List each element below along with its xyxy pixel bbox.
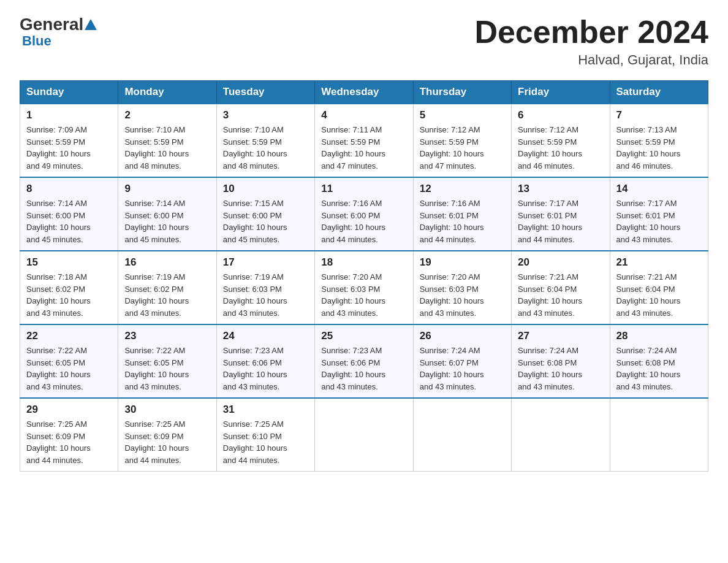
day-cell: 31 Sunrise: 7:25 AM Sunset: 6:10 PM Dayl… — [216, 398, 314, 472]
day-info: Sunrise: 7:24 AM Sunset: 6:08 PM Dayligh… — [518, 345, 603, 393]
day-cell: 16 Sunrise: 7:19 AM Sunset: 6:02 PM Dayl… — [118, 251, 216, 324]
header-saturday: Saturday — [610, 81, 708, 104]
day-number: 14 — [616, 183, 702, 195]
day-info: Sunrise: 7:10 AM Sunset: 5:59 PM Dayligh… — [124, 124, 210, 172]
day-number: 16 — [124, 256, 210, 269]
day-info: Sunrise: 7:18 AM Sunset: 6:02 PM Dayligh… — [26, 271, 112, 319]
day-number: 9 — [124, 183, 210, 195]
day-number: 2 — [124, 109, 210, 121]
day-cell: 5 Sunrise: 7:12 AM Sunset: 5:59 PM Dayli… — [413, 104, 511, 177]
day-info: Sunrise: 7:09 AM Sunset: 5:59 PM Dayligh… — [26, 124, 112, 172]
day-number: 7 — [616, 109, 702, 121]
day-cell: 27 Sunrise: 7:24 AM Sunset: 6:08 PM Dayl… — [512, 324, 610, 398]
calendar-header-row: SundayMondayTuesdayWednesdayThursdayFrid… — [20, 81, 708, 104]
day-info: Sunrise: 7:21 AM Sunset: 6:04 PM Dayligh… — [616, 271, 702, 319]
logo-triangle-icon — [85, 15, 97, 34]
day-number: 15 — [26, 256, 112, 269]
day-cell: 9 Sunrise: 7:14 AM Sunset: 6:00 PM Dayli… — [118, 177, 216, 251]
day-cell: 11 Sunrise: 7:16 AM Sunset: 6:00 PM Dayl… — [315, 177, 413, 251]
day-cell: 12 Sunrise: 7:16 AM Sunset: 6:01 PM Dayl… — [413, 177, 511, 251]
day-number: 26 — [420, 330, 505, 342]
day-info: Sunrise: 7:12 AM Sunset: 5:59 PM Dayligh… — [420, 124, 505, 172]
header-tuesday: Tuesday — [216, 81, 314, 104]
day-number: 29 — [26, 404, 112, 416]
location-title: Halvad, Gujarat, India — [474, 52, 708, 68]
day-info: Sunrise: 7:25 AM Sunset: 6:09 PM Dayligh… — [26, 418, 112, 466]
day-info: Sunrise: 7:22 AM Sunset: 6:05 PM Dayligh… — [26, 345, 112, 393]
day-number: 6 — [518, 109, 603, 121]
day-number: 20 — [518, 256, 603, 269]
day-cell: 18 Sunrise: 7:20 AM Sunset: 6:03 PM Dayl… — [315, 251, 413, 324]
day-info: Sunrise: 7:12 AM Sunset: 5:59 PM Dayligh… — [518, 124, 603, 172]
day-cell: 19 Sunrise: 7:20 AM Sunset: 6:03 PM Dayl… — [413, 251, 511, 324]
header-wednesday: Wednesday — [315, 81, 413, 104]
day-number: 11 — [321, 183, 406, 195]
day-cell: 20 Sunrise: 7:21 AM Sunset: 6:04 PM Dayl… — [512, 251, 610, 324]
day-info: Sunrise: 7:25 AM Sunset: 6:10 PM Dayligh… — [223, 418, 308, 466]
header-sunday: Sunday — [20, 81, 118, 104]
day-info: Sunrise: 7:20 AM Sunset: 6:03 PM Dayligh… — [321, 271, 406, 319]
day-number: 3 — [223, 109, 308, 121]
day-cell: 30 Sunrise: 7:25 AM Sunset: 6:09 PM Dayl… — [118, 398, 216, 472]
week-row-5: 29 Sunrise: 7:25 AM Sunset: 6:09 PM Dayl… — [20, 398, 708, 472]
day-cell: 2 Sunrise: 7:10 AM Sunset: 5:59 PM Dayli… — [118, 104, 216, 177]
day-info: Sunrise: 7:15 AM Sunset: 6:00 PM Dayligh… — [223, 197, 308, 245]
day-number: 19 — [420, 256, 505, 269]
week-row-1: 1 Sunrise: 7:09 AM Sunset: 5:59 PM Dayli… — [20, 104, 708, 177]
header-thursday: Thursday — [413, 81, 511, 104]
day-number: 23 — [124, 330, 210, 342]
day-cell — [610, 398, 708, 472]
day-cell: 17 Sunrise: 7:19 AM Sunset: 6:03 PM Dayl… — [216, 251, 314, 324]
day-cell: 7 Sunrise: 7:13 AM Sunset: 5:59 PM Dayli… — [610, 104, 708, 177]
day-number: 31 — [223, 404, 308, 416]
day-number: 30 — [124, 404, 210, 416]
day-number: 27 — [518, 330, 603, 342]
logo-blue-text: Blue — [22, 33, 51, 49]
day-cell: 10 Sunrise: 7:15 AM Sunset: 6:00 PM Dayl… — [216, 177, 314, 251]
day-info: Sunrise: 7:17 AM Sunset: 6:01 PM Dayligh… — [518, 197, 603, 245]
day-number: 5 — [420, 109, 505, 121]
week-row-3: 15 Sunrise: 7:18 AM Sunset: 6:02 PM Dayl… — [20, 251, 708, 324]
day-cell: 4 Sunrise: 7:11 AM Sunset: 5:59 PM Dayli… — [315, 104, 413, 177]
day-info: Sunrise: 7:24 AM Sunset: 6:07 PM Dayligh… — [420, 345, 505, 393]
day-info: Sunrise: 7:22 AM Sunset: 6:05 PM Dayligh… — [124, 345, 210, 393]
day-info: Sunrise: 7:19 AM Sunset: 6:03 PM Dayligh… — [223, 271, 308, 319]
week-row-4: 22 Sunrise: 7:22 AM Sunset: 6:05 PM Dayl… — [20, 324, 708, 398]
day-cell: 21 Sunrise: 7:21 AM Sunset: 6:04 PM Dayl… — [610, 251, 708, 324]
day-info: Sunrise: 7:17 AM Sunset: 6:01 PM Dayligh… — [616, 197, 702, 245]
day-cell: 29 Sunrise: 7:25 AM Sunset: 6:09 PM Dayl… — [20, 398, 118, 472]
day-info: Sunrise: 7:21 AM Sunset: 6:04 PM Dayligh… — [518, 271, 603, 319]
day-cell: 26 Sunrise: 7:24 AM Sunset: 6:07 PM Dayl… — [413, 324, 511, 398]
day-info: Sunrise: 7:23 AM Sunset: 6:06 PM Dayligh… — [223, 345, 308, 393]
day-cell: 25 Sunrise: 7:23 AM Sunset: 6:06 PM Dayl… — [315, 324, 413, 398]
day-cell: 6 Sunrise: 7:12 AM Sunset: 5:59 PM Dayli… — [512, 104, 610, 177]
day-number: 28 — [616, 330, 702, 342]
day-cell: 13 Sunrise: 7:17 AM Sunset: 6:01 PM Dayl… — [512, 177, 610, 251]
day-cell — [413, 398, 511, 472]
page-header: General Blue December 2024 Halvad, Gujar… — [20, 15, 708, 68]
month-title: December 2024 — [474, 15, 708, 50]
day-info: Sunrise: 7:24 AM Sunset: 6:08 PM Dayligh… — [616, 345, 702, 393]
day-info: Sunrise: 7:14 AM Sunset: 6:00 PM Dayligh… — [26, 197, 112, 245]
day-cell: 1 Sunrise: 7:09 AM Sunset: 5:59 PM Dayli… — [20, 104, 118, 177]
day-number: 25 — [321, 330, 406, 342]
day-cell: 22 Sunrise: 7:22 AM Sunset: 6:05 PM Dayl… — [20, 324, 118, 398]
day-cell: 3 Sunrise: 7:10 AM Sunset: 5:59 PM Dayli… — [216, 104, 314, 177]
day-cell: 14 Sunrise: 7:17 AM Sunset: 6:01 PM Dayl… — [610, 177, 708, 251]
day-number: 1 — [26, 109, 112, 121]
day-info: Sunrise: 7:16 AM Sunset: 6:00 PM Dayligh… — [321, 197, 406, 245]
day-info: Sunrise: 7:11 AM Sunset: 5:59 PM Dayligh… — [321, 124, 406, 172]
day-info: Sunrise: 7:16 AM Sunset: 6:01 PM Dayligh… — [420, 197, 505, 245]
day-cell — [315, 398, 413, 472]
logo: General Blue — [20, 15, 97, 49]
day-number: 8 — [26, 183, 112, 195]
day-number: 10 — [223, 183, 308, 195]
day-number: 13 — [518, 183, 603, 195]
day-cell: 24 Sunrise: 7:23 AM Sunset: 6:06 PM Dayl… — [216, 324, 314, 398]
day-info: Sunrise: 7:13 AM Sunset: 5:59 PM Dayligh… — [616, 124, 702, 172]
day-info: Sunrise: 7:14 AM Sunset: 6:00 PM Dayligh… — [124, 197, 210, 245]
day-number: 12 — [420, 183, 505, 195]
day-cell: 28 Sunrise: 7:24 AM Sunset: 6:08 PM Dayl… — [610, 324, 708, 398]
day-info: Sunrise: 7:25 AM Sunset: 6:09 PM Dayligh… — [124, 418, 210, 466]
day-cell — [512, 398, 610, 472]
